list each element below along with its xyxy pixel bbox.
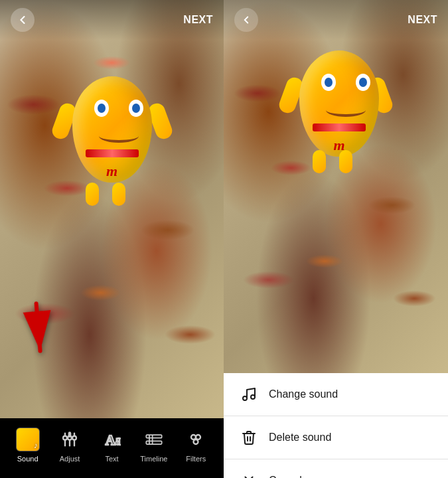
toolbar: Sound Adjust xyxy=(0,418,224,478)
timeline-label: Timeline xyxy=(140,455,167,463)
menu-item-delete-sound[interactable]: Delete sound xyxy=(224,416,448,459)
timeline-icon xyxy=(142,428,166,451)
svg-point-13 xyxy=(243,396,247,400)
close-icon xyxy=(240,471,258,478)
next-button-left[interactable]: NEXT xyxy=(183,14,213,26)
mm-face-right xyxy=(316,74,376,120)
svg-point-14 xyxy=(251,395,255,399)
svg-text:Aa: Aa xyxy=(106,432,121,448)
sound-label: Sound xyxy=(17,455,38,463)
mm-leg-left-r xyxy=(313,150,326,173)
next-button-right[interactable]: NEXT xyxy=(408,14,437,26)
mm-leg-left xyxy=(86,183,99,206)
mm-face xyxy=(89,100,149,146)
mm-body-left: m xyxy=(72,76,152,183)
mm-pupil-right-r xyxy=(359,78,367,87)
mm-stripe xyxy=(86,149,139,157)
svg-line-1 xyxy=(21,303,54,351)
left-photo-background: m xyxy=(0,0,224,418)
text-icon: Aa xyxy=(100,428,123,451)
mm-mouth xyxy=(99,129,139,143)
svg-point-11 xyxy=(196,435,200,439)
context-menu: Change sound Delete sound xyxy=(224,373,448,478)
mm-eye-left-r xyxy=(321,74,336,91)
text-label: Text xyxy=(105,455,118,463)
adjust-icon xyxy=(58,428,82,451)
right-panel: m NEXT xyxy=(224,0,448,478)
right-photo-area: m NEXT xyxy=(224,0,448,373)
mm-eye-left xyxy=(94,100,109,117)
mm-legs xyxy=(86,183,125,206)
delete-sound-label: Delete sound xyxy=(269,432,331,443)
mm-leg-right xyxy=(112,183,125,206)
right-photo-background: m xyxy=(224,0,448,373)
left-photo-area: m xyxy=(0,0,224,418)
tool-text[interactable]: Aa Text xyxy=(94,428,130,463)
left-panel: m xyxy=(0,0,224,478)
sound-icon-container xyxy=(16,428,40,451)
mm-mouth-r xyxy=(326,104,366,117)
mm-character-right: m xyxy=(293,37,379,163)
mm-legs-r xyxy=(313,150,352,173)
mm-stripe-r xyxy=(313,123,366,131)
back-button-right[interactable] xyxy=(234,8,258,32)
svg-rect-7 xyxy=(146,441,161,444)
tool-adjust[interactable]: Adjust xyxy=(52,428,88,463)
mm-eye-right xyxy=(129,100,143,117)
mm-body-right: m xyxy=(299,50,379,157)
mm-pupil-left-r xyxy=(325,78,333,87)
adjust-label: Adjust xyxy=(60,455,80,463)
trash-icon xyxy=(240,428,258,447)
filters-label: Filters xyxy=(186,455,206,463)
tool-timeline[interactable]: Timeline xyxy=(135,428,172,463)
music-icon xyxy=(240,385,258,404)
change-sound-label: Change sound xyxy=(269,388,338,400)
menu-item-cancel[interactable]: Cancel xyxy=(224,459,448,478)
tool-filters[interactable]: Filters xyxy=(178,428,214,463)
cancel-label: Cancel xyxy=(269,475,302,478)
svg-rect-6 xyxy=(146,435,161,438)
left-header: NEXT xyxy=(0,0,224,40)
mm-leg-right-r xyxy=(339,150,352,173)
menu-item-change-sound[interactable]: Change sound xyxy=(224,373,448,416)
svg-point-12 xyxy=(194,439,198,444)
back-button[interactable] xyxy=(11,8,35,32)
right-header: NEXT xyxy=(224,0,448,40)
mm-pupil-right xyxy=(132,104,140,113)
filters-icon xyxy=(184,428,208,451)
mm-logo: m xyxy=(99,163,125,183)
sound-thumbnail xyxy=(16,428,40,451)
red-arrow xyxy=(3,293,70,371)
mm-pupil-left xyxy=(98,104,106,113)
tool-sound[interactable]: Sound xyxy=(9,428,46,463)
mm-eye-right-r xyxy=(356,74,370,91)
mm-character-left: m xyxy=(66,63,159,196)
